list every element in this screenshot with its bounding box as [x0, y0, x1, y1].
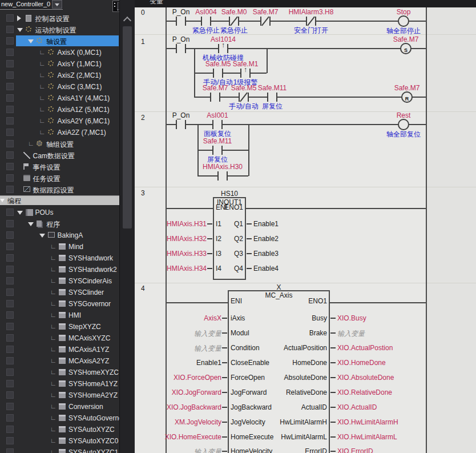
- contact-no[interactable]: [212, 146, 223, 155]
- fb-output-variable[interactable]: 输入变量: [337, 329, 365, 339]
- contact-variable-label[interactable]: Safe.M7: [203, 84, 228, 92]
- tree-item-checkbox[interactable]: [6, 14, 14, 22]
- coil[interactable]: [398, 15, 409, 27]
- tree-item-label[interactable]: AxisA1Y (4,MC1): [58, 94, 110, 102]
- fb-input-variable[interactable]: XIO.ForceOpen: [174, 374, 221, 382]
- contact-variable-label[interactable]: AsI1014: [211, 35, 236, 43]
- coil-variable-label[interactable]: Stop: [397, 8, 411, 16]
- contact-variable-label[interactable]: Safe.M11: [203, 137, 232, 145]
- tree-item-label[interactable]: StepXYZC: [68, 323, 101, 331]
- fb-instance-name[interactable]: X: [276, 283, 281, 291]
- tree-item-checkbox[interactable]: [6, 426, 14, 433]
- contact-nc[interactable]: [260, 17, 271, 26]
- fb-input-variable[interactable]: HMIAxis.H32: [167, 235, 207, 243]
- tree-item-label[interactable]: SYSAutoXYZC: [68, 426, 115, 434]
- tree-item-label[interactable]: SYSHomeA1YZ: [68, 380, 118, 388]
- contact-variable-label[interactable]: P_On: [172, 111, 190, 119]
- tree-item-label[interactable]: 程序: [46, 220, 60, 230]
- coil-s[interactable]: S: [400, 43, 412, 54]
- fb-input-variable[interactable]: HMIAxis.H33: [167, 250, 207, 258]
- fb-input-variable[interactable]: AxisX: [204, 314, 221, 322]
- tree-item-label[interactable]: SYSAutoXYZC1: [68, 448, 118, 453]
- expand-right-icon[interactable]: [17, 15, 21, 21]
- tree-item-label[interactable]: Cam数据设置: [33, 151, 75, 161]
- tree-item-label[interactable]: SYSAutoGovernor: [68, 414, 119, 422]
- rung-number[interactable]: 3: [141, 189, 145, 197]
- tree-item-label[interactable]: SYSHomeXYZC: [68, 368, 119, 376]
- tree-item-label[interactable]: SYSHandwork: [68, 254, 113, 262]
- tree-item-label[interactable]: 轴组设置: [46, 140, 74, 150]
- tree-item-label[interactable]: SYSHandwork2: [68, 266, 117, 274]
- tree-item-checkbox[interactable]: [6, 243, 14, 250]
- tree-item-checkbox[interactable]: [6, 117, 14, 125]
- contact-variable-label[interactable]: AsI001: [207, 111, 228, 119]
- collapse-down-icon[interactable]: [39, 234, 45, 238]
- contact-no[interactable]: [176, 17, 186, 26]
- contact-variable-label[interactable]: Safe.M7: [253, 8, 279, 16]
- tree-item-checkbox[interactable]: [6, 60, 14, 67]
- contact-variable-label[interactable]: Safe.M1: [233, 60, 259, 68]
- coil-variable-label[interactable]: Rest: [397, 111, 411, 119]
- fb-output-variable[interactable]: Enable1: [253, 220, 279, 228]
- tree-item-label[interactable]: AxiA2Z (7,MC1): [58, 129, 106, 137]
- tree-item-checkbox[interactable]: [6, 346, 14, 353]
- rung-number[interactable]: 1: [141, 38, 145, 46]
- contact-nc[interactable]: [239, 93, 249, 102]
- collapse-down-icon[interactable]: [28, 222, 34, 226]
- tree-item-label[interactable]: Conversion: [68, 403, 103, 411]
- tree-item-label[interactable]: POUs: [35, 209, 54, 217]
- section-header-programming[interactable]: 编程: [0, 195, 119, 205]
- fb-input-variable[interactable]: XIO.JogBackward: [167, 403, 221, 411]
- tree-item-checkbox[interactable]: [6, 140, 14, 147]
- fb-instance-name[interactable]: HS10: [221, 190, 238, 198]
- fb-output-variable[interactable]: Enable4: [253, 264, 279, 272]
- contact-no[interactable]: [201, 17, 211, 26]
- fb-input-variable[interactable]: XM.JogVelocity: [175, 418, 221, 426]
- tree-item-checkbox[interactable]: [6, 357, 14, 364]
- scrollbar-thumb[interactable]: [123, 26, 132, 228]
- rung-number[interactable]: 4: [141, 284, 145, 292]
- tree-item-label[interactable]: AxisX (0,MC1): [58, 49, 102, 57]
- rung-number[interactable]: 0: [141, 9, 145, 17]
- fb-input-variable[interactable]: HMIAxis.H31: [167, 220, 207, 228]
- fb-output-variable[interactable]: XIO.AbsoluteDone: [337, 374, 394, 382]
- tree-item-checkbox[interactable]: [6, 311, 14, 319]
- tree-item-checkbox[interactable]: [6, 414, 14, 422]
- contact-re[interactable]: ↑: [218, 44, 228, 53]
- contact-re[interactable]: ↑: [240, 69, 251, 78]
- tree-item-checkbox[interactable]: [6, 391, 14, 399]
- tree-item-label[interactable]: AxisA1Z (5,MC1): [58, 106, 110, 114]
- scroll-up-icon[interactable]: [123, 17, 131, 25]
- fb-output-variable[interactable]: XIO.HwLimitAlarmL: [337, 433, 397, 441]
- tree-item-label[interactable]: SYSClinder: [68, 288, 104, 296]
- tree-item-label[interactable]: AxisA2Y (6,MC1): [58, 117, 110, 125]
- tree-item-checkbox[interactable]: [6, 323, 14, 330]
- tree-item-label[interactable]: AxisZ (2,MC1): [58, 71, 102, 79]
- tree-item-checkbox[interactable]: [6, 288, 14, 296]
- fb-output-variable[interactable]: Enable2: [253, 235, 279, 243]
- tree-item-label[interactable]: SYSCinderAis: [68, 277, 112, 285]
- tree-item-checkbox[interactable]: [6, 174, 14, 182]
- coil-variable-label[interactable]: Safe.M7: [393, 35, 419, 43]
- tree-item-label[interactable]: SYSGovernor: [68, 300, 111, 308]
- fb-output-variable[interactable]: XIO.Busy: [337, 314, 366, 322]
- fb-output-variable[interactable]: XIO.RelativeDone: [337, 388, 392, 396]
- fb-output-variable[interactable]: XIO.ActualPostion: [337, 344, 393, 352]
- tree-item-label[interactable]: 事件设置: [33, 163, 60, 173]
- tree-item-checkbox[interactable]: [6, 26, 14, 33]
- tree-item-label[interactable]: 任务设置: [33, 174, 60, 184]
- contact-variable-label[interactable]: P_On: [172, 8, 190, 16]
- tree-item-label[interactable]: SYSAutoXYZC0: [68, 437, 118, 445]
- tree-item-checkbox[interactable]: [6, 49, 14, 56]
- tree-item-label[interactable]: 轴设置: [46, 37, 67, 47]
- tree-item-checkbox[interactable]: [6, 151, 14, 159]
- contact-no[interactable]: [217, 171, 228, 181]
- contact-no[interactable]: [176, 120, 186, 129]
- controller-selector[interactable]: new_Controller_0: [0, 0, 63, 10]
- fb-input-variable[interactable]: XIO.JogForward: [172, 388, 221, 396]
- tree-item-checkbox[interactable]: [6, 266, 14, 273]
- fb-output-variable[interactable]: Enable3: [253, 250, 279, 258]
- contact-no[interactable]: [267, 93, 277, 102]
- tree-item-checkbox[interactable]: [6, 220, 14, 227]
- contact-variable-label[interactable]: Safe.M5: [205, 60, 231, 68]
